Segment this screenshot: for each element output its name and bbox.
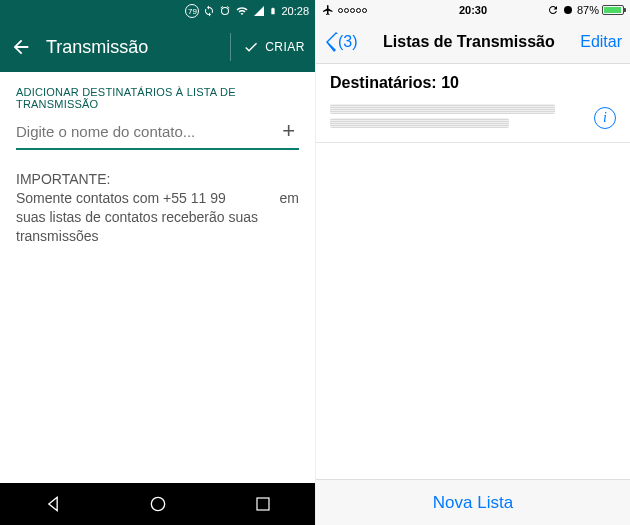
airplane-icon — [322, 4, 334, 16]
edit-button[interactable]: Editar — [580, 33, 622, 51]
important-rest: suas listas de contatos receberão suas t… — [16, 209, 258, 244]
recipients-heading: Destinatários: 10 — [316, 64, 630, 98]
android-status-bar: 79 20:28 — [0, 0, 315, 22]
list-item[interactable]: i — [316, 98, 630, 143]
sync-icon — [203, 5, 215, 17]
android-nav-bar — [0, 483, 315, 525]
notification-badge-icon: 79 — [185, 4, 199, 18]
back-count: (3) — [338, 33, 358, 51]
alarm-icon — [562, 4, 574, 16]
add-icon[interactable]: + — [278, 118, 299, 144]
wifi-icon — [235, 5, 249, 17]
nav-back-icon[interactable] — [43, 494, 63, 514]
status-time: 20:30 — [459, 4, 487, 16]
svg-rect-1 — [257, 498, 269, 510]
important-title: IMPORTANTE: — [16, 170, 299, 189]
new-list-button[interactable]: Nova Lista — [433, 493, 513, 513]
check-icon — [243, 39, 259, 55]
refresh-icon — [547, 4, 559, 16]
back-button[interactable]: (3) — [324, 32, 358, 52]
android-body: ADICIONAR DESTINATÁRIOS À LISTA DE TRANS… — [0, 72, 315, 260]
ios-status-bar: 20:30 87% — [316, 0, 630, 20]
chevron-left-icon — [324, 32, 338, 52]
header-title: Transmissão — [46, 37, 218, 58]
contact-input-row: + — [16, 118, 299, 150]
battery-percent: 87% — [577, 4, 599, 16]
important-em: em — [280, 189, 299, 208]
create-label: CRIAR — [265, 40, 305, 54]
header-separator — [230, 33, 231, 61]
signal-dots-icon — [338, 8, 367, 13]
important-line1: Somente contatos com +55 11 99 — [16, 190, 226, 206]
contact-name-input[interactable] — [16, 123, 278, 140]
battery-icon — [269, 5, 277, 17]
signal-icon — [253, 5, 265, 17]
add-recipients-label: ADICIONAR DESTINATÁRIOS À LISTA DE TRANS… — [16, 86, 299, 110]
android-header: Transmissão CRIAR — [0, 22, 315, 72]
ios-header: (3) Listas de Transmissão Editar — [316, 20, 630, 64]
ios-footer: Nova Lista — [316, 479, 630, 525]
alarm-icon — [219, 5, 231, 17]
important-notice: IMPORTANTE: Somente contatos com +55 11 … — [16, 170, 299, 246]
android-pane: 79 20:28 Transmissão CRIAR ADICIONAR DES… — [0, 0, 315, 525]
ios-body: Destinatários: 10 i — [316, 64, 630, 143]
ios-pane: 20:30 87% (3) Listas de Transmissão Edit… — [315, 0, 630, 525]
redacted-names — [330, 104, 586, 132]
create-button[interactable]: CRIAR — [243, 39, 305, 55]
status-time: 20:28 — [281, 5, 309, 17]
back-arrow-icon[interactable] — [10, 36, 32, 58]
battery-icon — [602, 5, 624, 15]
header-title: Listas de Transmissão — [358, 33, 581, 51]
info-icon[interactable]: i — [594, 107, 616, 129]
nav-recent-icon[interactable] — [254, 495, 272, 513]
svg-point-0 — [152, 497, 165, 510]
nav-home-icon[interactable] — [148, 494, 168, 514]
